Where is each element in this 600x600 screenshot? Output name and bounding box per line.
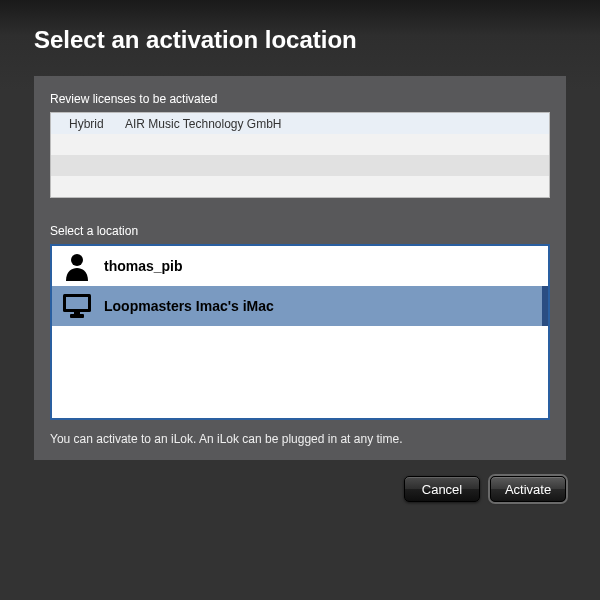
main-panel: Review licenses to be activated Hybrid A… <box>34 76 566 460</box>
table-row <box>51 134 549 155</box>
activate-button[interactable]: Activate <box>490 476 566 502</box>
dialog-title: Select an activation location <box>0 0 600 72</box>
licenses-section-label: Review licenses to be activated <box>50 92 550 106</box>
location-hint: You can activate to an iLok. An iLok can… <box>50 432 550 446</box>
location-item-label: thomas_pib <box>104 258 532 274</box>
locations-section-label: Select a location <box>50 224 550 238</box>
user-icon <box>60 251 94 281</box>
license-table: Hybrid AIR Music Technology GmbH <box>50 112 550 198</box>
table-row <box>51 176 549 197</box>
table-row: Hybrid AIR Music Technology GmbH <box>51 113 549 134</box>
svg-point-0 <box>71 254 83 266</box>
license-product-cell: Hybrid <box>51 117 121 131</box>
license-vendor-cell: AIR Music Technology GmbH <box>121 117 549 131</box>
location-item-computer[interactable]: Loopmasters Imac's iMac <box>52 286 548 326</box>
location-list[interactable]: thomas_pib Loopmasters Imac's iMac <box>50 244 550 420</box>
button-row: Cancel Activate <box>0 460 600 502</box>
svg-rect-2 <box>66 297 88 309</box>
table-row <box>51 155 549 176</box>
location-item-label: Loopmasters Imac's iMac <box>104 298 542 314</box>
location-item-user[interactable]: thomas_pib <box>52 246 548 286</box>
cancel-button[interactable]: Cancel <box>404 476 480 502</box>
svg-rect-4 <box>74 312 80 315</box>
computer-icon <box>60 291 94 321</box>
